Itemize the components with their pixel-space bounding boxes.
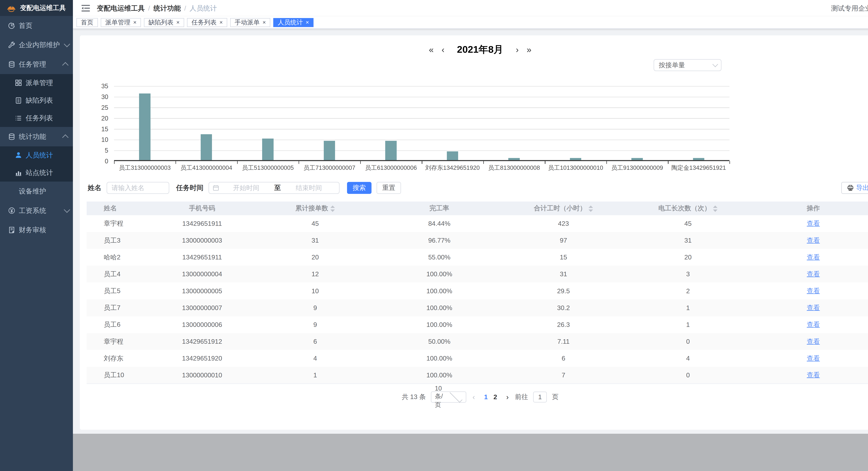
sort-carets-icon[interactable] — [713, 205, 717, 212]
pagination: 共 13 条 10条/页 ‹ 12 › 前往 页 — [80, 391, 868, 403]
table-row: 刘存东134296519204100.00%64查看 — [87, 350, 868, 367]
column-header-合计工时（小时）[interactable]: 合计工时（小时） — [503, 202, 624, 215]
sort-desc-icon[interactable] — [330, 209, 335, 212]
view-link[interactable]: 查看 — [807, 287, 820, 295]
y-axis-tick-label: 10 — [81, 136, 108, 143]
close-icon[interactable]: × — [176, 20, 180, 25]
cell-actions: 查看 — [752, 316, 868, 333]
sidebar-item-home[interactable]: 首页 — [0, 16, 73, 35]
view-link[interactable]: 查看 — [807, 371, 820, 378]
prev-page-button[interactable]: ‹ — [471, 393, 476, 401]
x-axis-category-label: 员工1013000000010 — [545, 164, 607, 172]
cell-order-count: 10 — [254, 282, 376, 299]
view-link[interactable]: 查看 — [807, 355, 820, 362]
column-header-label: 姓名 — [104, 204, 117, 212]
view-link[interactable]: 查看 — [807, 237, 820, 244]
date-range-input[interactable]: 至 — [209, 182, 340, 194]
chevron-down-icon — [450, 390, 462, 403]
view-link[interactable]: 查看 — [807, 321, 820, 328]
cell-order-count: 20 — [254, 249, 376, 266]
reset-button[interactable]: 重置 — [376, 182, 401, 194]
tab-人员统计[interactable]: 人员统计× — [273, 18, 313, 27]
close-icon[interactable]: × — [306, 20, 309, 25]
prev-year-button[interactable]: « — [429, 45, 433, 54]
sidebar-item-finance-audit[interactable]: 财务审核 — [0, 220, 73, 240]
company-dropdown[interactable]: 测试专用企业 — [831, 4, 868, 13]
sidebar-item-device-maintain[interactable]: 设备维护 — [0, 181, 73, 201]
cell-completion-rate: 55.00% — [376, 249, 503, 266]
content-area: « ‹ 2021年8月 › » 按接单量 05101520253 — [73, 29, 868, 434]
sidebar-item-salary-system[interactable]: 工资系统 — [0, 201, 73, 221]
breadcrumb-root[interactable]: 变配电运维工具 — [97, 4, 145, 13]
sidebar-item-statistics[interactable]: 统计功能 — [0, 127, 73, 146]
close-icon[interactable]: × — [262, 20, 266, 25]
close-icon[interactable]: × — [133, 20, 136, 25]
cell-phone: 13000000007 — [150, 300, 254, 316]
breadcrumb-separator: / — [184, 4, 186, 12]
task-time-label: 任务时间 — [176, 183, 204, 193]
start-time-input[interactable] — [219, 184, 273, 192]
cell-order-count: 9 — [254, 300, 376, 316]
bar-员工613000000006 — [385, 141, 397, 160]
next-month-button[interactable]: › — [516, 45, 519, 54]
sidebar-item-station-statistics[interactable]: 站点统计 — [0, 164, 73, 181]
tab-任务列表[interactable]: 任务列表× — [187, 18, 227, 27]
sidebar-item-task-list[interactable]: 任务列表 — [0, 109, 73, 127]
tab-首页[interactable]: 首页 — [76, 18, 98, 27]
sort-asc-icon[interactable] — [713, 205, 717, 208]
column-header-电工长次数（次）[interactable]: 电工长次数（次） — [624, 202, 752, 215]
metric-select-row: 按接单量 — [80, 59, 730, 71]
page-number-1[interactable]: 1 — [481, 393, 491, 401]
sidebar-item-dispatch-management[interactable]: 派单管理 — [0, 74, 73, 92]
cell-leader-count: 45 — [624, 215, 752, 232]
view-link[interactable]: 查看 — [807, 254, 820, 261]
x-axis-tick — [545, 161, 545, 164]
sort-desc-icon[interactable] — [713, 209, 717, 212]
bar-chart-icon — [15, 169, 22, 176]
column-header-累计接单数[interactable]: 累计接单数 — [254, 202, 376, 215]
sort-asc-icon[interactable] — [330, 205, 335, 208]
next-page-button[interactable]: › — [505, 393, 510, 401]
goto-page-input[interactable] — [533, 392, 547, 402]
sort-desc-icon[interactable] — [589, 209, 593, 212]
metric-select[interactable]: 按接单量 — [654, 59, 721, 71]
sidebar-item-label: 企业内部维护 — [19, 40, 64, 49]
sidebar-item-defect-list[interactable]: 缺陷列表 — [0, 92, 73, 109]
tab-派单管理[interactable]: 派单管理× — [101, 18, 141, 27]
cell-completion-rate: 96.77% — [376, 232, 503, 249]
cell-total-hours: 26.3 — [503, 316, 624, 333]
hamburger-icon[interactable] — [82, 4, 90, 12]
sort-asc-icon[interactable] — [589, 205, 593, 208]
search-button[interactable]: 搜索 — [347, 182, 372, 194]
next-year-button[interactable]: » — [527, 45, 531, 54]
cell-leader-count: 1 — [624, 316, 752, 333]
view-link[interactable]: 查看 — [807, 220, 820, 227]
prev-month-button[interactable]: ‹ — [442, 45, 444, 54]
sort-carets-icon[interactable] — [330, 205, 335, 212]
page-number-2[interactable]: 2 — [491, 393, 500, 401]
x-axis-category-label: 员工813000000008 — [483, 164, 545, 172]
x-axis-tick — [114, 161, 115, 164]
export-button[interactable]: 导出 — [841, 182, 868, 194]
breadcrumb-section[interactable]: 统计功能 — [153, 4, 181, 13]
page-size-select[interactable]: 10条/页 — [431, 392, 466, 403]
x-axis-category-label: 员工413000000004 — [176, 164, 237, 172]
sidebar-item-enterprise-maintain[interactable]: 企业内部维护 — [0, 35, 73, 55]
y-axis-tick-label: 20 — [81, 115, 108, 122]
tab-缺陷列表[interactable]: 缺陷列表× — [144, 18, 184, 27]
page-background — [73, 434, 868, 471]
view-link[interactable]: 查看 — [807, 270, 820, 278]
page-numbers: 12 — [481, 393, 500, 401]
sort-carets-icon[interactable] — [589, 205, 593, 212]
company-name: 测试专用企业 — [831, 4, 868, 13]
view-link[interactable]: 查看 — [807, 338, 820, 345]
sidebar-item-personnel-statistics[interactable]: 人员统计 — [0, 146, 73, 164]
sidebar-item-task-management[interactable]: 任务管理 — [0, 55, 73, 74]
name-input[interactable] — [106, 182, 169, 194]
cell-order-count: 4 — [254, 350, 376, 367]
tab-手动派单[interactable]: 手动派单× — [230, 18, 271, 27]
end-time-input[interactable] — [282, 184, 336, 192]
view-link[interactable]: 查看 — [807, 304, 820, 311]
column-header-完工率: 完工率 — [376, 202, 503, 215]
close-icon[interactable]: × — [219, 20, 223, 25]
